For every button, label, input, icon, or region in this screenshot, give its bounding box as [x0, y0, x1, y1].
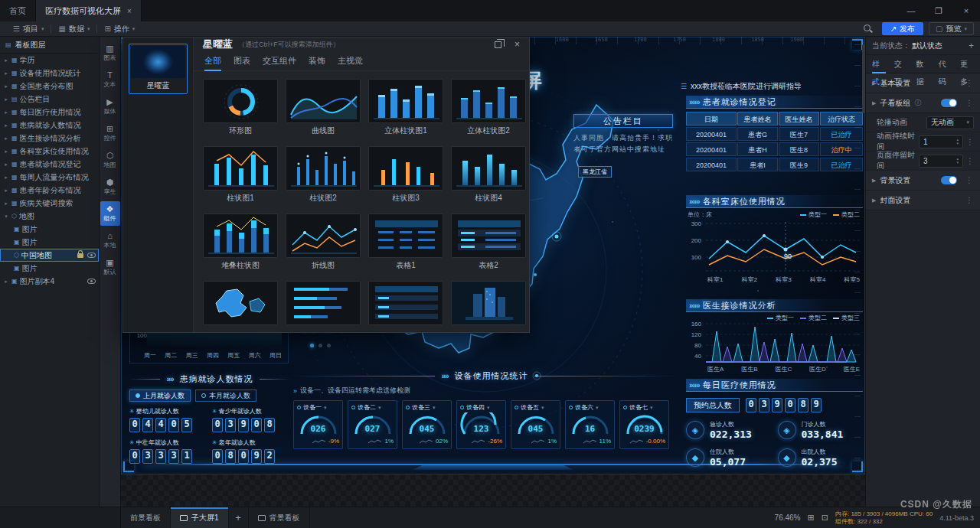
carousel-pagination[interactable]: [310, 344, 331, 347]
state-value[interactable]: 默认状态: [912, 41, 942, 51]
section-subboard-group[interactable]: ▶ 子看板组 ⓘ ⋮: [866, 93, 980, 113]
layer-item-keyword-search[interactable]: ▸▦疾病关键词搜索: [0, 197, 99, 210]
grid-icon[interactable]: ⊞: [808, 513, 815, 523]
caret-icon[interactable]: ▸: [3, 135, 9, 142]
toolbox-item-text[interactable]: T文本: [100, 67, 120, 92]
device-card-5[interactable]: 设备五▾ 045 1%: [511, 400, 560, 449]
layer-item-age-distribution[interactable]: ▸▦患者年龄分布情况: [0, 184, 99, 197]
library-item-line-chart[interactable]: 折线图: [286, 213, 361, 270]
library-item-ring-chart[interactable]: 环形图: [203, 79, 278, 135]
add-state-icon[interactable]: +: [969, 41, 974, 51]
library-item-table-1[interactable]: 表格1: [368, 213, 443, 270]
caret-icon[interactable]: ▸: [3, 200, 9, 207]
add-board-button[interactable]: +: [229, 507, 249, 528]
library-item-table-2[interactable]: 表格2: [451, 213, 526, 270]
caret-icon[interactable]: ▸: [3, 161, 9, 168]
library-item-bar-1[interactable]: 柱状图1: [203, 146, 278, 203]
library-item-curve-chart[interactable]: 曲线图: [286, 79, 361, 135]
library-item-3d-bar-2[interactable]: 立体柱状图2: [451, 79, 526, 135]
caret-icon[interactable]: ▸: [3, 57, 9, 64]
library-item-rank-list[interactable]: [286, 281, 361, 332]
background-toggle[interactable]: [941, 176, 957, 184]
tab-code[interactable]: 代码: [938, 55, 952, 73]
caret-icon[interactable]: ▸: [3, 122, 9, 129]
layer-item-daily-usage[interactable]: ▸▦每日医疗使用情况: [0, 106, 99, 119]
eye-icon[interactable]: [87, 253, 96, 258]
library-item-key-visual[interactable]: [451, 281, 526, 332]
toolbox-item-twin[interactable]: ⬢孪生: [100, 174, 120, 199]
fit-screen-icon[interactable]: ⊡: [822, 513, 828, 523]
toolbox-item-controls[interactable]: ⊞控件: [100, 121, 120, 145]
tab-this-month[interactable]: 本月就诊人数: [195, 389, 256, 402]
library-tab-keyvisual[interactable]: 主视觉: [338, 51, 363, 71]
animation-duration-input[interactable]: 1▴▾: [919, 135, 963, 148]
caret-icon[interactable]: ▸: [3, 174, 9, 181]
caret-icon[interactable]: ▸: [3, 83, 9, 90]
layer-item-image-2[interactable]: ▣图片: [0, 236, 99, 249]
section-background-settings[interactable]: ▶ 背景设置 ⋮: [866, 171, 980, 191]
layer-item-education[interactable]: ▸▦学历: [0, 54, 99, 67]
menu-project[interactable]: ☰项目▾: [6, 21, 51, 37]
caret-icon[interactable]: ▸: [3, 109, 9, 116]
more-options-icon[interactable]: ⋮: [965, 196, 974, 204]
layer-item-doctor-analysis[interactable]: ▸▦医生接诊情况分析: [0, 132, 99, 145]
library-tab-interactive[interactable]: 交互组件: [263, 51, 296, 71]
device-card-6[interactable]: 设备六▾ 16 11%: [565, 400, 615, 449]
toolbox-item-local[interactable]: ⌂本地: [100, 228, 120, 253]
layer-item-weekly-flow[interactable]: ▸▦每周人流量分布情况: [0, 171, 99, 184]
tab-background-board[interactable]: 背景看板: [249, 507, 310, 528]
layer-item-announcement[interactable]: ▸▤公告栏目: [0, 93, 99, 106]
layer-item-bed-usage[interactable]: ▸▦各科室床位使用情况: [0, 145, 99, 158]
layer-item-image-1[interactable]: ▣图片: [0, 223, 99, 236]
close-tab-icon[interactable]: ×: [127, 7, 132, 15]
section-cover-settings[interactable]: ▶ 封面设置 ⋮: [866, 191, 980, 210]
device-card-3[interactable]: 设备三▾ 045 02%: [402, 400, 452, 449]
more-options-icon[interactable]: ⋮: [965, 99, 974, 107]
tab-sub-screen-1[interactable]: 子大屏1: [171, 507, 229, 528]
toolbox-item-media[interactable]: ▶媒体: [100, 94, 120, 119]
page-stay-time-input[interactable]: 3▴▾: [919, 155, 963, 168]
tab-style[interactable]: 样式: [872, 55, 886, 73]
announcement-panel[interactable]: 公告栏目 人事同胞，请高抬贵手！求职者可于官方网站中搜索地址: [573, 114, 673, 155]
layer-item-china-map[interactable]: ⬡中国地图: [0, 249, 99, 262]
more-options-icon[interactable]: ⋮: [965, 79, 974, 87]
device-card-4[interactable]: 设备四▾ 123 -26%: [456, 400, 506, 449]
toolbox-item-default[interactable]: ▣默认: [100, 255, 120, 279]
caret-down-icon[interactable]: ▾: [3, 213, 9, 220]
layer-item-visit-count[interactable]: ▸▦患病就诊人数情况: [0, 119, 99, 132]
tab-last-month[interactable]: 上月就诊人数: [129, 389, 191, 402]
device-card-2[interactable]: 设备二▾ 027 1%: [348, 400, 397, 449]
preview-button[interactable]: ▢预览▾: [929, 22, 974, 35]
carousel-animation-select[interactable]: 无动画▾: [926, 116, 974, 129]
register-panel[interactable]: »»»患者就诊情况登记 日期患者姓名医生姓名治疗状态 20200401患者G医生…: [686, 96, 863, 173]
maximize-button[interactable]: ❐: [925, 0, 952, 21]
daily-usage-panel[interactable]: »»»每日医疗使用情况 预约总人数 039089 ◈急诊人数022,313 ◈门…: [686, 379, 863, 464]
layer-item-image-copy4[interactable]: ▸▣图片副本4: [0, 275, 99, 288]
tab-foreground-board[interactable]: 前景看板: [121, 507, 171, 528]
layer-item-patient-map[interactable]: ▸▦全国患者分布图: [0, 80, 99, 93]
field-options-icon[interactable]: ⋮: [966, 157, 974, 165]
layer-item-register[interactable]: ▸▦患者就诊情况登记: [0, 158, 99, 171]
library-item-bar-2[interactable]: 柱状图2: [286, 146, 361, 203]
library-item-scroll-table[interactable]: [368, 281, 443, 332]
toolbox-item-charts[interactable]: ▥图表: [100, 41, 120, 65]
lock-icon[interactable]: [77, 253, 83, 258]
eye-icon[interactable]: [87, 279, 96, 284]
caret-icon[interactable]: ▸: [3, 279, 9, 285]
close-modal-icon[interactable]: ×: [514, 39, 520, 50]
publish-button[interactable]: ↗发布: [882, 22, 923, 35]
menu-data[interactable]: ▦数据▾: [51, 21, 96, 37]
menu-action[interactable]: ⊞操作▾: [97, 21, 142, 37]
tab-interaction[interactable]: 交互: [894, 55, 908, 73]
library-item-bar-4[interactable]: 柱状图4: [451, 146, 526, 203]
table-row[interactable]: 20200401患者I医生9已治疗: [686, 158, 863, 171]
layer-group-map[interactable]: ▾⬡地图: [0, 210, 99, 223]
more-options-icon[interactable]: ⋮: [965, 176, 974, 184]
doctors-panel[interactable]: »»»医生接诊情况分析 类型一 类型二 类型三 160 120 80 40: [686, 299, 863, 376]
subboard-toggle[interactable]: [941, 99, 957, 107]
caret-icon[interactable]: ▸: [3, 148, 9, 155]
tab-document[interactable]: 医疗数据可视化大屏 ×: [36, 0, 142, 21]
zoom-level[interactable]: 76.46%: [775, 513, 801, 522]
layer-item-image-3[interactable]: ▣图片: [0, 262, 99, 275]
library-item-bar-3[interactable]: 柱状图3: [368, 146, 443, 203]
